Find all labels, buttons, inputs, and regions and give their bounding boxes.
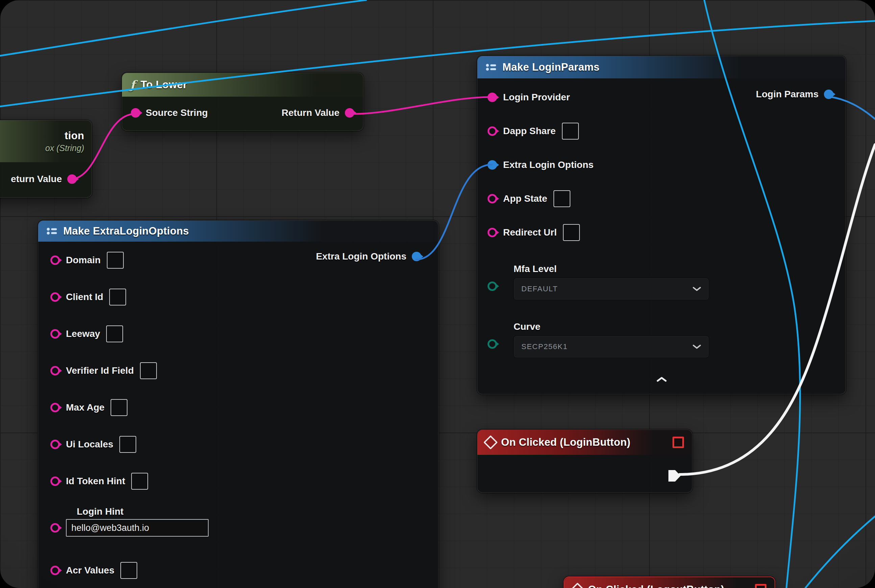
pin-row-max-age: Max Age <box>38 389 438 426</box>
event-icon <box>570 583 585 588</box>
pin-label: Source String <box>146 108 208 118</box>
ui-locales-checkbox[interactable] <box>119 436 136 453</box>
input-pin-mfa-level[interactable] <box>487 282 497 291</box>
input-pin-redirect-url[interactable] <box>487 228 497 237</box>
dropdown-value: SECP256K1 <box>521 342 568 351</box>
node-subtitle: ox (String) <box>45 143 84 153</box>
acr-values-checkbox[interactable] <box>120 562 137 579</box>
node-title: To Lower <box>141 79 187 91</box>
pin-row-ui-locales: Ui Locales <box>38 426 438 463</box>
dapp-share-checkbox[interactable] <box>562 123 579 140</box>
node-title: On Clicked (LogoutButton) <box>588 584 725 588</box>
input-pin-ui-locales[interactable] <box>50 440 60 449</box>
pin-label: Return Value <box>282 108 340 118</box>
input-pin-acr-values[interactable] <box>50 566 60 575</box>
pure-function-icon: ƒ <box>130 79 135 91</box>
input-pin-extra-login-options[interactable] <box>487 160 497 170</box>
input-pin-domain[interactable] <box>50 255 60 265</box>
chevron-down-icon <box>692 286 701 292</box>
make-struct-icon <box>486 63 497 72</box>
event-icon <box>484 435 498 450</box>
pin-row-redirect-url: Redirect Url <box>477 216 846 249</box>
input-pin-id-token-hint[interactable] <box>50 477 60 486</box>
client-id-checkbox[interactable] <box>109 289 126 306</box>
output-pin-extra-login-options[interactable] <box>412 252 421 261</box>
input-pin-leeway[interactable] <box>50 329 60 339</box>
wire-cyan-bottom-right[interactable] <box>805 516 875 588</box>
curve-dropdown[interactable]: SECP256K1 <box>514 336 709 358</box>
app-state-checkbox[interactable] <box>553 190 570 207</box>
return-value-output: eturn Value <box>11 174 77 184</box>
node-header[interactable]: ƒ To Lower <box>122 73 363 97</box>
output-pin-return-value[interactable] <box>345 108 354 118</box>
exec-output-pin[interactable] <box>668 470 681 482</box>
input-pin-login-provider[interactable] <box>487 93 497 102</box>
node-to-lower[interactable]: ƒ To Lower Source String Return Value <box>122 73 364 131</box>
pin-label: Ui Locales <box>66 439 113 450</box>
pin-row-login-hint: Login Hint <box>38 500 438 552</box>
make-struct-icon <box>46 226 58 236</box>
node-make-login-params[interactable]: Make LoginParams Login Params Login Prov… <box>477 56 846 394</box>
node-header[interactable]: Make LoginParams <box>477 56 846 78</box>
output-pin-login-params[interactable] <box>824 90 833 99</box>
input-pin-login-hint[interactable] <box>50 523 60 532</box>
redirect-url-checkbox[interactable] <box>563 224 580 241</box>
node-clipped-left[interactable]: tion ox (String) eturn Value <box>0 120 92 198</box>
pin-row-curve: Curve SECP256K1 <box>477 321 846 358</box>
leeway-checkbox[interactable] <box>106 326 123 342</box>
login-hint-input[interactable] <box>66 519 209 537</box>
pin-row-app-state: App State <box>477 182 846 216</box>
pin-row-extra-login-options: Extra Login Options <box>477 148 846 182</box>
input-pin-verifier-id-field[interactable] <box>50 366 60 375</box>
pin-row-acr-values: Acr Values <box>38 552 438 588</box>
input-pin-app-state[interactable] <box>487 194 497 203</box>
pin-label: Login Params <box>756 89 819 100</box>
pin-row-client-id: Client Id <box>38 279 438 315</box>
pin-label: Id Token Hint <box>66 476 125 487</box>
pin-label: Dapp Share <box>503 126 556 136</box>
node-header[interactable]: Make ExtraLoginOptions <box>38 220 438 242</box>
pin-row-dapp-share: Dapp Share <box>477 114 846 148</box>
node-header[interactable]: On Clicked (LoginButton) <box>477 430 692 455</box>
source-string-input: Source String <box>131 108 208 118</box>
chevron-up-icon <box>656 376 668 383</box>
max-age-checkbox[interactable] <box>111 399 128 416</box>
pin-label: Domain <box>66 255 101 266</box>
extra-login-options-output: Extra Login Options <box>316 251 421 262</box>
pin-label: Verifier Id Field <box>66 365 134 376</box>
input-pin-client-id[interactable] <box>50 292 60 302</box>
wire-cyan-top-left[interactable] <box>0 0 366 56</box>
node-on-clicked-login-button[interactable]: On Clicked (LoginButton) <box>477 429 692 493</box>
node-header[interactable]: On Clicked (LogoutButton) <box>564 577 774 588</box>
input-pin-source-string[interactable] <box>131 108 140 118</box>
pin-row-mfa-level: Mfa Level DEFAULT <box>477 264 846 300</box>
pin-row-leeway: Leeway <box>38 315 438 352</box>
id-token-hint-checkbox[interactable] <box>131 473 148 490</box>
output-pin-return-value[interactable] <box>67 174 77 184</box>
verifier-id-field-checkbox[interactable] <box>140 362 157 379</box>
delegate-pin-icon[interactable] <box>672 436 684 448</box>
wire-magenta-return-to-login-provider[interactable] <box>349 97 492 114</box>
pin-row-verifier-id-field: Verifier Id Field <box>38 352 438 389</box>
pin-label: Leeway <box>66 328 100 339</box>
return-value-output: Return Value <box>282 108 354 118</box>
pin-row-id-token-hint: Id Token Hint <box>38 463 438 500</box>
collapse-node-button[interactable] <box>477 376 846 383</box>
node-on-clicked-logout-button[interactable]: On Clicked (LogoutButton) <box>564 576 775 588</box>
input-pin-curve[interactable] <box>487 339 497 349</box>
pin-label: Extra Login Options <box>503 159 594 170</box>
node-title: tion <box>65 130 84 142</box>
delegate-pin-icon[interactable] <box>755 584 767 588</box>
input-pin-dapp-share[interactable] <box>487 126 497 136</box>
node-header[interactable]: tion ox (String) <box>0 120 92 162</box>
mfa-level-dropdown[interactable]: DEFAULT <box>514 278 709 300</box>
domain-checkbox[interactable] <box>107 252 124 268</box>
pin-label: App State <box>503 193 547 204</box>
pin-label: Acr Values <box>66 565 114 576</box>
pin-label: Mfa Level <box>514 264 846 274</box>
input-pin-max-age[interactable] <box>50 403 60 412</box>
blueprint-graph-canvas[interactable]: tion ox (String) eturn Value ƒ To Lower … <box>0 0 875 588</box>
pin-label: Login Provider <box>503 92 570 103</box>
node-make-extra-login-options[interactable]: Make ExtraLoginOptions Extra Login Optio… <box>38 220 439 588</box>
pin-label: eturn Value <box>11 174 62 184</box>
